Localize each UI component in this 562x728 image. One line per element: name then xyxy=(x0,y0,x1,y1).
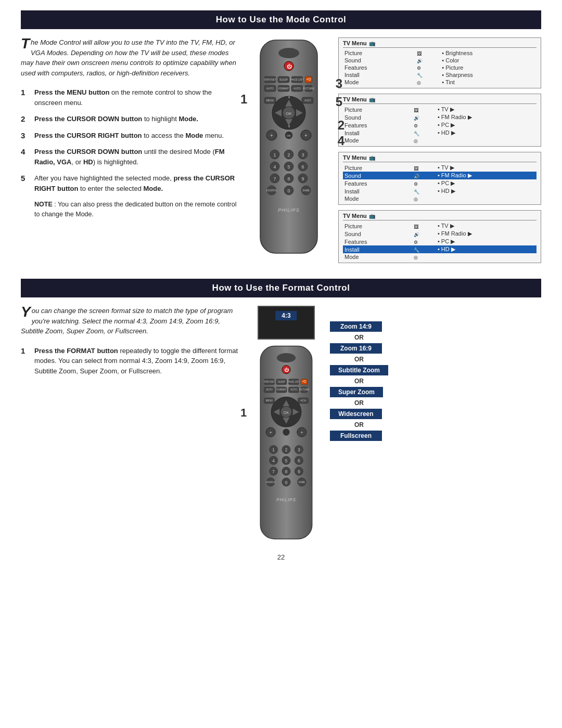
drop-cap-T: T xyxy=(21,37,30,50)
or-1: OR xyxy=(330,334,388,341)
tv-icon-4: 📺 xyxy=(369,213,375,219)
svg-text:5: 5 xyxy=(287,164,290,170)
step-5-number: 5 xyxy=(21,174,30,183)
fullscreen-label: Fullscreen xyxy=(330,431,382,441)
svg-text:PICTURE: PICTURE xyxy=(299,388,309,391)
menu-row: Features⚙• PC ▶ xyxy=(343,121,537,129)
svg-text:5: 5 xyxy=(285,459,288,463)
tv-icon: 📺 xyxy=(369,41,375,46)
svg-text:1: 1 xyxy=(273,152,276,158)
svg-text:AUTO: AUTO xyxy=(290,388,297,391)
step-3-text: Press the CURSOR RIGHT button to access … xyxy=(34,131,224,141)
overlay-5: 5 xyxy=(336,95,342,109)
widescreen-label: Widescreen xyxy=(330,409,382,419)
svg-text:+: + xyxy=(300,430,303,435)
tv-menu-panel-4: TV Menu 📺 Picture🖼• TV ▶ Sound🔊• FM Radi… xyxy=(338,210,541,263)
step-2-text: Press the CURSOR DOWN button to highligh… xyxy=(34,114,198,124)
svg-point-1 xyxy=(278,48,299,58)
svg-text:7: 7 xyxy=(272,470,275,474)
svg-text:FORMAT: FORMAT xyxy=(278,87,289,90)
svg-text:⏻: ⏻ xyxy=(284,367,289,372)
format-section-header: How to Use the Format Control xyxy=(21,279,541,297)
svg-text:SAME: SAME xyxy=(298,481,305,484)
svg-text:2: 2 xyxy=(287,152,290,158)
svg-text:STBY/SET: STBY/SET xyxy=(264,381,275,383)
menu-row: Mode◎• Tint xyxy=(343,79,537,86)
svg-text:+: + xyxy=(304,133,308,138)
remote-area: 1 3 5 2 4 xyxy=(250,37,333,257)
svg-text:6: 6 xyxy=(301,164,304,170)
mode-right: 1 3 5 2 4 xyxy=(250,37,541,263)
svg-text:PAGE LIST: PAGE LIST xyxy=(290,78,303,81)
svg-point-99 xyxy=(283,429,290,436)
menu-row: Features⚙• Picture xyxy=(343,64,537,71)
svg-text:+D: +D xyxy=(306,77,311,81)
mode-left: The Mode Control will allow you to use t… xyxy=(21,37,239,263)
svg-text:3: 3 xyxy=(301,152,304,158)
svg-text:AUTO: AUTO xyxy=(293,87,301,90)
menu-row: Picture🖼• TV ▶ xyxy=(343,164,537,172)
or-2: OR xyxy=(330,356,388,363)
menu-row: Install🔧• HD ▶ xyxy=(343,187,537,195)
svg-text:AUTO: AUTO xyxy=(266,388,273,391)
svg-point-65 xyxy=(277,353,296,362)
svg-text:AUTO: AUTO xyxy=(266,87,274,90)
step-1: 1 Press the MENU button on the remote co… xyxy=(21,87,239,108)
tv-icon-3: 📺 xyxy=(369,155,375,161)
svg-text:OK: OK xyxy=(287,134,291,137)
subtitle-zoom-label: Subtitle Zoom xyxy=(330,365,388,375)
menu-row: Mode◎ xyxy=(343,195,537,202)
svg-text:6: 6 xyxy=(298,459,300,463)
svg-text:FORMAT: FORMAT xyxy=(277,388,287,391)
menu-row: Features⚙• PC ▶ xyxy=(343,179,537,187)
mode-steps: 1 Press the MENU button on the remote co… xyxy=(21,87,239,193)
step-2-number: 2 xyxy=(21,114,30,123)
tv-icon-2: 📺 xyxy=(369,97,375,102)
overlay-4: 4 xyxy=(338,134,344,148)
svg-text:PHILIPS: PHILIPS xyxy=(278,207,300,213)
step-4-number: 4 xyxy=(21,147,30,156)
or-5: OR xyxy=(330,421,388,428)
or-4: OR xyxy=(330,399,388,407)
svg-text:PHILIPS: PHILIPS xyxy=(276,498,296,502)
svg-text:MENU: MENU xyxy=(266,99,274,102)
svg-text:9: 9 xyxy=(298,470,300,474)
menu-row: Mode◎ xyxy=(343,253,537,261)
menu-row: Install🔧• Sharpness xyxy=(343,71,537,79)
tv-menu-title-4: TV Menu 📺 xyxy=(343,213,537,220)
svg-text:MENU: MENU xyxy=(266,399,273,402)
format-intro: You can change the screen format size to… xyxy=(21,306,239,336)
format-43-label: 4:3 xyxy=(275,311,297,320)
format-step-1-number: 1 xyxy=(21,346,30,355)
svg-text:A/CH: A/CH xyxy=(304,99,311,102)
svg-text:STBY/SET: STBY/SET xyxy=(264,78,276,81)
svg-text:4: 4 xyxy=(272,459,275,463)
drop-cap-Y: Y xyxy=(21,306,31,318)
svg-text:4: 4 xyxy=(273,164,276,170)
svg-text:1: 1 xyxy=(272,448,275,452)
tv-menu-title-3: TV Menu 📺 xyxy=(343,154,537,162)
step-2: 2 Press the CURSOR DOWN button to highli… xyxy=(21,114,239,124)
mode-note: NOTE : You can also press the dedicated … xyxy=(34,200,239,219)
svg-text:SAME: SAME xyxy=(302,189,310,192)
format-section: You can change the screen format size to… xyxy=(21,306,541,543)
menu-row: Picture🖼• TV ▶ xyxy=(343,222,537,230)
step-4: 4 Press the CURSOR DOWN button until the… xyxy=(21,147,239,167)
svg-rect-64 xyxy=(260,346,312,539)
tv-menu-panel-1: TV Menu 📺 Picture🖼• Brightness Sound🔊• C… xyxy=(338,37,541,88)
overlay-3: 3 xyxy=(336,76,342,91)
step-4-text: Press the CURSOR DOWN button until the d… xyxy=(34,147,239,167)
step-5-text: After you have highlighted the selected … xyxy=(34,173,239,193)
step-5: 5 After you have highlighted the selecte… xyxy=(21,173,239,193)
mode-section: The Mode Control will allow you to use t… xyxy=(21,37,541,263)
super-zoom-label: Super Zoom xyxy=(330,387,383,397)
format-options-column: Zoom 14:9 OR Zoom 16:9 OR Subtitle Zoom … xyxy=(330,321,388,441)
menu-row: Features⚙• PC ▶ xyxy=(343,238,537,245)
svg-text:OK: OK xyxy=(286,111,292,116)
svg-text:8: 8 xyxy=(285,470,288,474)
format-overlay-1: 1 xyxy=(240,406,247,420)
menu-row: Picture🖼• Brightness xyxy=(343,49,537,57)
tv-menu-title-1: TV Menu 📺 xyxy=(343,40,537,48)
format-step-1: 1 Press the FORMAT button repeatedly to … xyxy=(21,346,239,376)
svg-text:2: 2 xyxy=(285,448,288,452)
